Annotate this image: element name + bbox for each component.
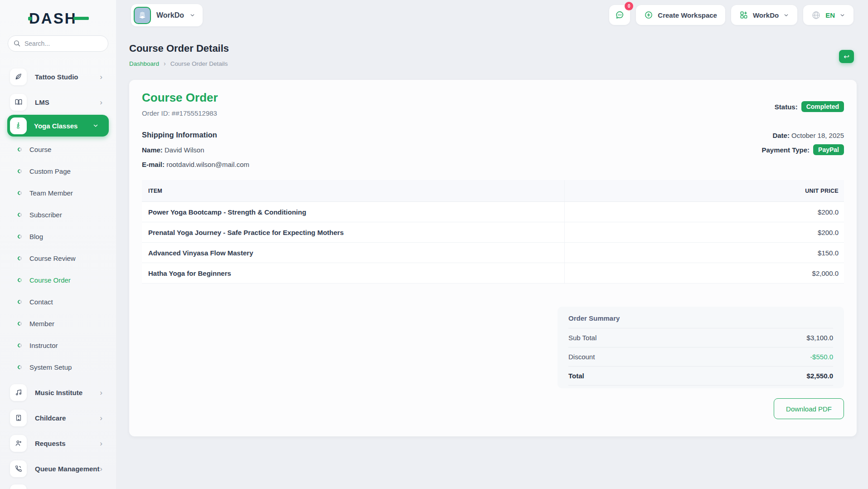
language-label: EN [825, 11, 835, 19]
yoga-submenu: Course Custom Page Team Member Subscribe… [0, 137, 116, 380]
topbar: WorkDo 0 Create Workspace [116, 0, 868, 30]
circle-plus-icon [644, 10, 653, 20]
sidebar-item-label: Music Institute [35, 389, 82, 396]
order-date: Date: October 18, 2025 [761, 132, 844, 139]
shipping-name: Name: David Wilson [142, 146, 249, 154]
search-input[interactable] [8, 35, 108, 52]
subitem-label: Team Member [29, 189, 73, 197]
logo-dot-accent [28, 17, 32, 20]
chevron-down-icon [783, 12, 789, 18]
chevron-down-icon [839, 12, 845, 18]
bullet-icon [17, 190, 23, 196]
item-price: $200.0 [564, 202, 844, 222]
building-plus-icon [10, 410, 27, 426]
bullet-icon [17, 147, 23, 152]
subitem-label: Blog [29, 233, 43, 240]
sidebar-subitem-custom-page[interactable]: Custom Page [0, 160, 116, 182]
sidebar-subitem-course-order[interactable]: Course Order [0, 269, 116, 291]
sidebar-item-music-institute[interactable]: Music Institute › [0, 380, 116, 405]
back-button[interactable]: ↩ [839, 50, 854, 63]
sidebar-item-requests[interactable]: Requests › [0, 430, 116, 456]
sidebar-subitem-course-review[interactable]: Course Review [0, 247, 116, 269]
subitem-label: Contact [29, 298, 53, 306]
bullet-icon [17, 212, 23, 218]
workspace-switcher[interactable]: WorkDo [131, 4, 203, 26]
sidebar-item-tattoo-studio[interactable]: Tattoo Studio › [0, 64, 116, 89]
sidebar-subitem-course[interactable]: Course [0, 138, 116, 160]
chevron-right-icon: › [100, 440, 102, 447]
subitem-label: Custom Page [29, 167, 71, 175]
item-price: $2,000.0 [564, 263, 844, 283]
sidebar-subitem-system-setup[interactable]: System Setup [0, 356, 116, 378]
logo[interactable]: DASH [29, 10, 77, 27]
sidebar-subitem-instructor[interactable]: Instructor [0, 334, 116, 356]
total-value: $2,550.0 [807, 372, 833, 380]
create-workspace-label: Create Workspace [658, 11, 717, 19]
sidebar-subitem-team-member[interactable]: Team Member [0, 182, 116, 204]
chevron-right-icon: › [100, 414, 102, 422]
sidebar-item-label: Yoga Classes [34, 122, 78, 130]
column-header-item: ITEM [142, 188, 564, 194]
subitem-label: Member [29, 320, 54, 328]
workspace-avatar-icon [134, 7, 151, 24]
logo-dash-accent [73, 17, 89, 20]
summary-row-subtotal: Sub Total $3,100.0 [568, 328, 833, 347]
app-screen: DASH Tattoo Studio › LMS › [0, 0, 868, 489]
table-row: Prenatal Yoga Journey - Safe Practice fo… [142, 222, 844, 243]
workdo-menu-button[interactable]: WorkDo [731, 5, 797, 25]
return-arrow-icon: ↩ [844, 53, 849, 61]
order-card-header: Course Order Order ID: ##1755512983 Stat… [142, 91, 844, 117]
sidebar-item-queue-management[interactable]: Queue Management › [0, 456, 116, 481]
bullet-icon [17, 364, 23, 370]
sidebar-search [8, 35, 108, 52]
chevron-right-icon: › [100, 73, 102, 81]
sidebar-item-lms[interactable]: LMS › [0, 89, 116, 115]
subitem-label: Instructor [29, 342, 58, 349]
breadcrumb-separator-icon: › [164, 60, 166, 67]
breadcrumb-current: Course Order Details [170, 60, 228, 67]
notification-badge: 0 [625, 2, 633, 10]
item-name: Prenatal Yoga Journey - Safe Practice fo… [142, 229, 564, 236]
bullet-icon [17, 342, 23, 348]
messages-button[interactable]: 0 [609, 5, 630, 25]
status-label: Status: [775, 103, 798, 111]
globe-icon [811, 10, 821, 20]
subitem-label: System Setup [29, 363, 72, 371]
chevron-right-icon: › [100, 465, 102, 473]
subitem-label: Course [29, 146, 51, 153]
create-workspace-button[interactable]: Create Workspace [636, 5, 725, 25]
download-pdf-button[interactable]: Download PDF [774, 398, 844, 419]
language-selector[interactable]: EN [803, 5, 853, 25]
yoga-person-icon [10, 117, 27, 134]
shipping-email: E-mail: rootdavid.wilson@mail.com [142, 161, 249, 168]
item-name: Advanced Vinyasa Flow Mastery [142, 249, 564, 257]
order-id-value: ##1755512983 [172, 109, 217, 117]
phone-icon [10, 460, 27, 477]
sidebar-subitem-member[interactable]: Member [0, 313, 116, 334]
grid-plus-icon [739, 10, 748, 20]
total-label: Total [568, 372, 584, 380]
sidebar-subitem-blog[interactable]: Blog [0, 225, 116, 247]
sidebar-subitem-contact[interactable]: Contact [0, 291, 116, 313]
bullet-icon [17, 168, 23, 174]
sidebar-item-label: Requests [35, 440, 66, 447]
status-badge: Completed [801, 101, 844, 112]
shipping-info: Shipping Information Name: David Wilson … [142, 131, 249, 168]
subitem-label: Course Review [29, 254, 76, 262]
order-id-label: Order ID: [142, 109, 170, 117]
sidebar-item-yoga-classes[interactable]: Yoga Classes [7, 115, 109, 137]
sidebar-subitem-subscriber[interactable]: Subscriber [0, 204, 116, 225]
summary-row-discount: Discount -$550.0 [568, 347, 833, 367]
bullet-icon [17, 255, 23, 261]
item-name: Power Yoga Bootcamp - Strength & Conditi… [142, 208, 564, 216]
item-price: $150.0 [564, 243, 844, 263]
table-row: Hatha Yoga for Beginners $2,000.0 [142, 263, 844, 284]
order-status: Status: Completed [775, 96, 844, 117]
breadcrumb-dashboard-link[interactable]: Dashboard [129, 60, 159, 67]
sidebar-item-childcare[interactable]: Childcare › [0, 405, 116, 430]
sidebar: DASH Tattoo Studio › LMS › [0, 0, 116, 489]
table-header-row: ITEM UNIT PRICE [142, 180, 844, 202]
breadcrumb: Dashboard › Course Order Details [129, 60, 229, 67]
bullet-icon [17, 234, 23, 240]
topbar-actions: 0 Create Workspace WorkDo [609, 5, 853, 25]
